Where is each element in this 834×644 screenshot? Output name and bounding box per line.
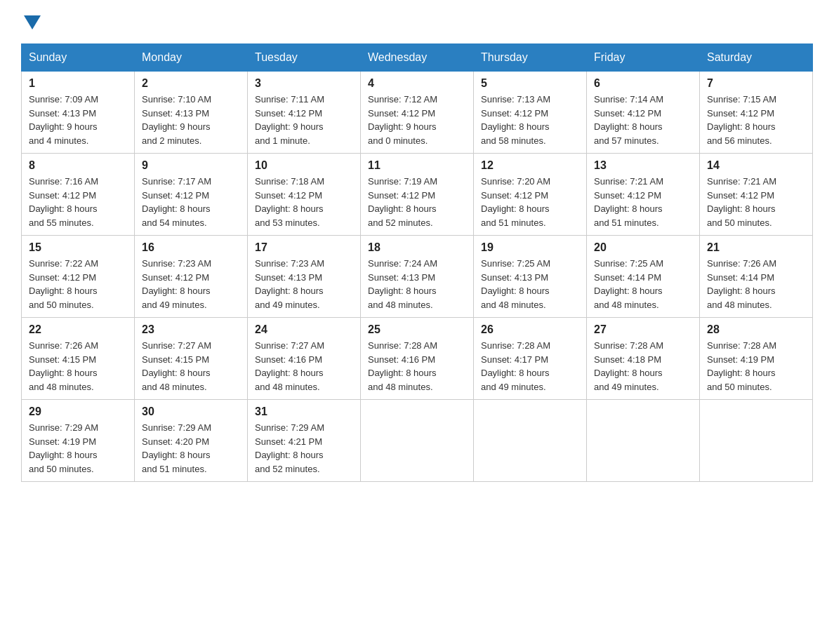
calendar-day-cell: [587, 400, 700, 482]
calendar-day-cell: 25 Sunrise: 7:28 AMSunset: 4:16 PMDaylig…: [361, 318, 474, 400]
day-of-week-header: Wednesday: [361, 44, 474, 72]
day-number: 23: [142, 323, 240, 336]
calendar-week-row: 29 Sunrise: 7:29 AMSunset: 4:19 PMDaylig…: [22, 400, 813, 482]
day-info: Sunrise: 7:23 AMSunset: 4:13 PMDaylight:…: [255, 258, 324, 310]
calendar-week-row: 1 Sunrise: 7:09 AMSunset: 4:13 PMDayligh…: [22, 72, 813, 154]
day-of-week-header: Tuesday: [248, 44, 361, 72]
day-number: 25: [368, 323, 466, 336]
day-number: 30: [142, 405, 240, 418]
calendar-day-cell: 22 Sunrise: 7:26 AMSunset: 4:15 PMDaylig…: [22, 318, 135, 400]
calendar-day-cell: 4 Sunrise: 7:12 AMSunset: 4:12 PMDayligh…: [361, 72, 474, 154]
day-number: 4: [368, 77, 466, 90]
calendar-day-cell: 5 Sunrise: 7:13 AMSunset: 4:12 PMDayligh…: [474, 72, 587, 154]
calendar-day-cell: 3 Sunrise: 7:11 AMSunset: 4:12 PMDayligh…: [248, 72, 361, 154]
day-number: 22: [29, 323, 127, 336]
day-number: 18: [368, 241, 466, 254]
day-info: Sunrise: 7:26 AMSunset: 4:14 PMDaylight:…: [707, 258, 776, 310]
day-info: Sunrise: 7:09 AMSunset: 4:13 PMDaylight:…: [29, 94, 98, 146]
day-number: 28: [707, 323, 805, 336]
calendar-day-cell: 2 Sunrise: 7:10 AMSunset: 4:13 PMDayligh…: [135, 72, 248, 154]
day-number: 31: [255, 405, 353, 418]
day-info: Sunrise: 7:25 AMSunset: 4:14 PMDaylight:…: [594, 258, 663, 310]
day-number: 17: [255, 241, 353, 254]
day-info: Sunrise: 7:15 AMSunset: 4:12 PMDaylight:…: [707, 94, 776, 146]
day-info: Sunrise: 7:10 AMSunset: 4:13 PMDaylight:…: [142, 94, 211, 146]
day-info: Sunrise: 7:28 AMSunset: 4:19 PMDaylight:…: [707, 340, 776, 392]
day-info: Sunrise: 7:28 AMSunset: 4:16 PMDaylight:…: [368, 340, 437, 392]
calendar-day-cell: [700, 400, 813, 482]
calendar-day-cell: 12 Sunrise: 7:20 AMSunset: 4:12 PMDaylig…: [474, 154, 587, 236]
calendar-day-cell: 23 Sunrise: 7:27 AMSunset: 4:15 PMDaylig…: [135, 318, 248, 400]
calendar-table: SundayMondayTuesdayWednesdayThursdayFrid…: [21, 43, 813, 482]
calendar-week-row: 22 Sunrise: 7:26 AMSunset: 4:15 PMDaylig…: [22, 318, 813, 400]
day-info: Sunrise: 7:27 AMSunset: 4:15 PMDaylight:…: [142, 340, 211, 392]
day-info: Sunrise: 7:23 AMSunset: 4:12 PMDaylight:…: [142, 258, 211, 310]
day-info: Sunrise: 7:21 AMSunset: 4:12 PMDaylight:…: [594, 176, 663, 228]
calendar-day-cell: 7 Sunrise: 7:15 AMSunset: 4:12 PMDayligh…: [700, 72, 813, 154]
day-number: 29: [29, 405, 127, 418]
day-number: 1: [29, 77, 127, 90]
day-info: Sunrise: 7:13 AMSunset: 4:12 PMDaylight:…: [481, 94, 550, 146]
logo: [21, 14, 41, 29]
day-of-week-header: Friday: [587, 44, 700, 72]
day-number: 19: [481, 241, 579, 254]
day-info: Sunrise: 7:19 AMSunset: 4:12 PMDaylight:…: [368, 176, 437, 228]
calendar-day-cell: 16 Sunrise: 7:23 AMSunset: 4:12 PMDaylig…: [135, 236, 248, 318]
day-of-week-header: Sunday: [22, 44, 135, 72]
day-number: 9: [142, 159, 240, 172]
day-number: 13: [594, 159, 692, 172]
day-number: 8: [29, 159, 127, 172]
calendar-day-cell: 8 Sunrise: 7:16 AMSunset: 4:12 PMDayligh…: [22, 154, 135, 236]
day-info: Sunrise: 7:25 AMSunset: 4:13 PMDaylight:…: [481, 258, 550, 310]
day-info: Sunrise: 7:22 AMSunset: 4:12 PMDaylight:…: [29, 258, 98, 310]
day-number: 20: [594, 241, 692, 254]
day-number: 6: [594, 77, 692, 90]
calendar-day-cell: 6 Sunrise: 7:14 AMSunset: 4:12 PMDayligh…: [587, 72, 700, 154]
calendar-day-cell: 31 Sunrise: 7:29 AMSunset: 4:21 PMDaylig…: [248, 400, 361, 482]
day-info: Sunrise: 7:14 AMSunset: 4:12 PMDaylight:…: [594, 94, 663, 146]
calendar-header-row: SundayMondayTuesdayWednesdayThursdayFrid…: [22, 44, 813, 72]
day-number: 15: [29, 241, 127, 254]
calendar-day-cell: 30 Sunrise: 7:29 AMSunset: 4:20 PMDaylig…: [135, 400, 248, 482]
day-number: 11: [368, 159, 466, 172]
day-info: Sunrise: 7:12 AMSunset: 4:12 PMDaylight:…: [368, 94, 437, 146]
day-number: 16: [142, 241, 240, 254]
day-info: Sunrise: 7:16 AMSunset: 4:12 PMDaylight:…: [29, 176, 98, 228]
calendar-day-cell: 29 Sunrise: 7:29 AMSunset: 4:19 PMDaylig…: [22, 400, 135, 482]
calendar-day-cell: 24 Sunrise: 7:27 AMSunset: 4:16 PMDaylig…: [248, 318, 361, 400]
day-info: Sunrise: 7:20 AMSunset: 4:12 PMDaylight:…: [481, 176, 550, 228]
day-info: Sunrise: 7:28 AMSunset: 4:18 PMDaylight:…: [594, 340, 663, 392]
day-info: Sunrise: 7:26 AMSunset: 4:15 PMDaylight:…: [29, 340, 98, 392]
calendar-week-row: 8 Sunrise: 7:16 AMSunset: 4:12 PMDayligh…: [22, 154, 813, 236]
day-info: Sunrise: 7:29 AMSunset: 4:21 PMDaylight:…: [255, 422, 324, 474]
day-info: Sunrise: 7:28 AMSunset: 4:17 PMDaylight:…: [481, 340, 550, 392]
day-number: 3: [255, 77, 353, 90]
calendar-day-cell: 18 Sunrise: 7:24 AMSunset: 4:13 PMDaylig…: [361, 236, 474, 318]
day-number: 21: [707, 241, 805, 254]
day-number: 12: [481, 159, 579, 172]
calendar-day-cell: 10 Sunrise: 7:18 AMSunset: 4:12 PMDaylig…: [248, 154, 361, 236]
calendar-day-cell: 26 Sunrise: 7:28 AMSunset: 4:17 PMDaylig…: [474, 318, 587, 400]
calendar-day-cell: 19 Sunrise: 7:25 AMSunset: 4:13 PMDaylig…: [474, 236, 587, 318]
day-number: 14: [707, 159, 805, 172]
calendar-day-cell: 9 Sunrise: 7:17 AMSunset: 4:12 PMDayligh…: [135, 154, 248, 236]
calendar-day-cell: 14 Sunrise: 7:21 AMSunset: 4:12 PMDaylig…: [700, 154, 813, 236]
calendar-day-cell: [474, 400, 587, 482]
day-info: Sunrise: 7:18 AMSunset: 4:12 PMDaylight:…: [255, 176, 324, 228]
calendar-day-cell: 20 Sunrise: 7:25 AMSunset: 4:14 PMDaylig…: [587, 236, 700, 318]
calendar-day-cell: 13 Sunrise: 7:21 AMSunset: 4:12 PMDaylig…: [587, 154, 700, 236]
day-info: Sunrise: 7:27 AMSunset: 4:16 PMDaylight:…: [255, 340, 324, 392]
day-number: 2: [142, 77, 240, 90]
calendar-day-cell: [361, 400, 474, 482]
calendar-day-cell: 21 Sunrise: 7:26 AMSunset: 4:14 PMDaylig…: [700, 236, 813, 318]
calendar-day-cell: 17 Sunrise: 7:23 AMSunset: 4:13 PMDaylig…: [248, 236, 361, 318]
calendar-week-row: 15 Sunrise: 7:22 AMSunset: 4:12 PMDaylig…: [22, 236, 813, 318]
day-number: 27: [594, 323, 692, 336]
day-info: Sunrise: 7:29 AMSunset: 4:19 PMDaylight:…: [29, 422, 98, 474]
day-info: Sunrise: 7:17 AMSunset: 4:12 PMDaylight:…: [142, 176, 211, 228]
day-info: Sunrise: 7:11 AMSunset: 4:12 PMDaylight:…: [255, 94, 324, 146]
calendar-day-cell: 15 Sunrise: 7:22 AMSunset: 4:12 PMDaylig…: [22, 236, 135, 318]
day-number: 26: [481, 323, 579, 336]
day-number: 24: [255, 323, 353, 336]
day-number: 10: [255, 159, 353, 172]
